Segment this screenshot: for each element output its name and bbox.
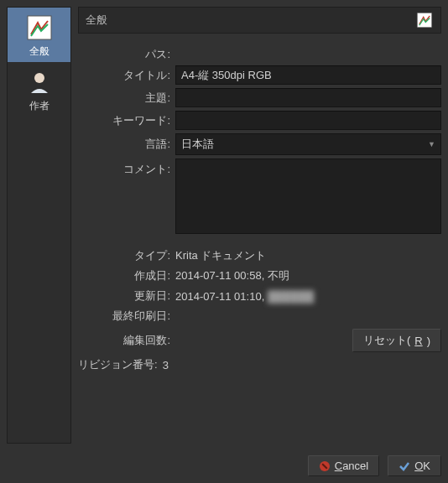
label-comment: コメント: (78, 158, 175, 177)
label-type: タイプ: (78, 248, 175, 263)
title-input[interactable] (175, 65, 441, 85)
value-modified: 2014-07-11 01:10, ██████ (175, 290, 314, 303)
label-language: 言語: (78, 137, 175, 152)
label-path: パス: (78, 47, 175, 62)
general-icon (415, 11, 434, 29)
cancel-icon (319, 460, 331, 472)
author-icon (24, 67, 55, 97)
language-value: 日本語 (181, 137, 214, 152)
sidebar: 全般 作者 (7, 7, 71, 444)
value-revision: 3 (163, 359, 169, 371)
label-edits: 編集回数: (78, 333, 175, 348)
comment-textarea[interactable] (175, 158, 441, 234)
label-printed: 最終印刷日: (78, 309, 175, 324)
keywords-input[interactable] (175, 111, 441, 130)
panel-title: 全般 (86, 13, 107, 28)
chevron-down-icon: ▼ (428, 140, 435, 148)
sidebar-item-general[interactable]: 全般 (8, 8, 70, 62)
svg-point-1 (34, 73, 44, 83)
cancel-button[interactable]: Cancel (308, 455, 379, 476)
sidebar-item-label: 全般 (29, 44, 49, 59)
ok-button[interactable]: OK (388, 455, 441, 476)
dialog-button-bar: Cancel OK (7, 444, 441, 476)
label-keywords: キーワード: (78, 113, 175, 128)
value-created: 2014-07-11 00:58, 不明 (175, 268, 289, 283)
label-modified: 更新日: (78, 288, 175, 304)
sidebar-item-label: 作者 (29, 99, 49, 113)
label-subject: 主題: (78, 91, 175, 106)
subject-input[interactable] (175, 88, 441, 107)
value-type: Krita ドキュメント (175, 248, 266, 263)
content-panel: 全般 パス: タイトル: 主題: (78, 7, 441, 444)
reset-button[interactable]: リセット(R) (352, 329, 441, 352)
label-title: タイトル: (78, 68, 175, 83)
label-revision: リビジョン番号: (78, 357, 163, 372)
ok-icon (399, 460, 410, 472)
panel-header: 全般 (78, 7, 441, 34)
label-created: 作成日: (78, 268, 175, 283)
general-icon (24, 13, 55, 43)
sidebar-item-author[interactable]: 作者 (8, 62, 70, 117)
language-select[interactable]: 日本語 ▼ (175, 133, 441, 155)
